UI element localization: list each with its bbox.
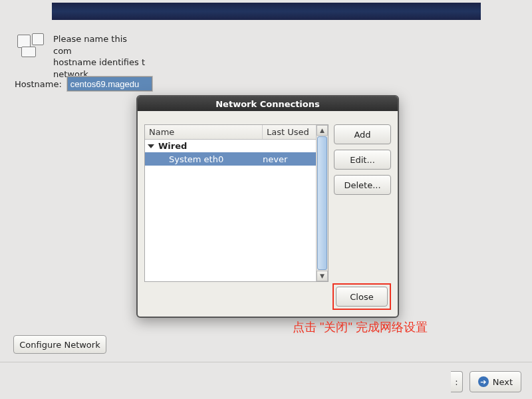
description-block: Please name this com hostname identifies… — [17, 33, 146, 80]
close-button[interactable]: Close — [336, 287, 388, 307]
configure-network-button[interactable]: Configure Network — [13, 335, 106, 354]
column-name[interactable]: Name — [145, 125, 263, 139]
back-button-fragment[interactable]: : — [451, 371, 463, 392]
hostname-row: Hostname: — [15, 76, 152, 91]
scroll-up-icon[interactable]: ▲ — [317, 125, 328, 136]
scroll-down-icon[interactable]: ▼ — [317, 271, 328, 281]
scrollbar[interactable]: ▲ ▼ — [316, 125, 328, 281]
arrow-right-icon: ➔ — [478, 376, 489, 387]
dialog-title: Network Connections — [138, 96, 398, 111]
connection-last-used: never — [263, 154, 316, 164]
divider — [0, 362, 532, 362]
close-highlight: Close — [332, 283, 391, 310]
chevron-down-icon — [148, 144, 154, 148]
next-button[interactable]: ➔ Next — [469, 371, 521, 392]
edit-button[interactable]: Edit... — [334, 150, 391, 170]
network-connections-dialog: Network Connections Name Last Used Wired… — [136, 95, 399, 318]
connections-list[interactable]: Name Last Used Wired System eth0 never ▲ — [144, 124, 329, 282]
list-header: Name Last Used — [145, 125, 316, 140]
next-label: Next — [493, 377, 513, 387]
scroll-thumb[interactable] — [317, 136, 327, 270]
connection-name: System eth0 — [145, 154, 263, 164]
hosts-icon — [17, 33, 45, 60]
description-text: Please name this com hostname identifies… — [53, 33, 146, 80]
add-button[interactable]: Add — [334, 124, 391, 144]
group-label: Wired — [158, 141, 187, 151]
connection-row[interactable]: System eth0 never — [145, 152, 316, 166]
hostname-label: Hostname: — [15, 79, 62, 89]
annotation-text: 点击 "关闭" 完成网络设置 — [293, 319, 428, 335]
delete-button[interactable]: Delete... — [334, 175, 391, 195]
header-banner — [52, 3, 481, 20]
column-last-used[interactable]: Last Used — [263, 125, 316, 139]
group-wired[interactable]: Wired — [145, 140, 316, 152]
hostname-input[interactable] — [67, 76, 152, 91]
